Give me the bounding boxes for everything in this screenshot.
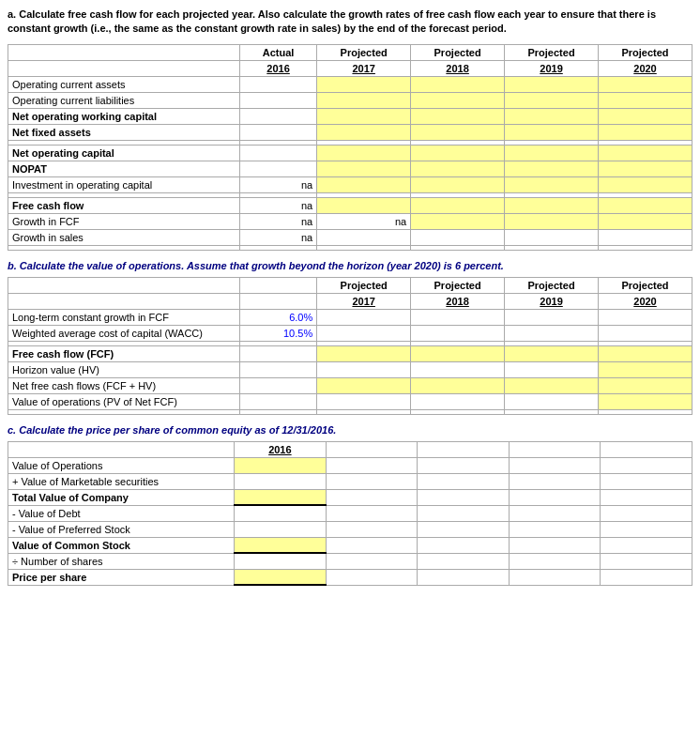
section-a-header-row1: Actual Projected Projected Projected Pro… — [8, 44, 692, 60]
section-a-instructions: a. Calculate free cash flow for each pro… — [8, 8, 692, 37]
section-b-instructions: b. Calculate the value of operations. As… — [8, 260, 692, 271]
proj2-year: 2018 — [411, 60, 505, 76]
proj4-header: Projected — [599, 44, 692, 60]
proj4-year: 2020 — [599, 60, 692, 76]
table-row: Long-term constant growth in FCF 6.0% — [8, 309, 692, 325]
table-row: Free cash flow na — [8, 197, 692, 213]
actual-header: Actual — [239, 44, 316, 60]
b-proj4-header: Projected — [599, 277, 692, 293]
table-row: Value of operations (PV of Net FCF) — [8, 393, 692, 409]
table-row: Net free cash flows (FCF + HV) — [8, 377, 692, 393]
table-row: Value of Common Stock — [8, 537, 692, 553]
table-row: Free cash flow (FCF) — [8, 345, 692, 361]
table-row: + Value of Marketable securities — [8, 473, 692, 489]
section-b-header-row2: 2017 2018 2019 2020 — [8, 293, 692, 309]
table-row: Net fixed assets — [8, 124, 692, 140]
table-row: Total Value of Company — [8, 489, 692, 505]
section-a-header-row2: 2016 2017 2018 2019 2020 — [8, 60, 692, 76]
table-row: - Value of Preferred Stock — [8, 521, 692, 537]
table-row: Growth in FCF na na — [8, 213, 692, 229]
b-proj1-header: Projected — [317, 277, 411, 293]
table-row: Net operating working capital — [8, 108, 692, 124]
b-proj4-year: 2020 — [599, 293, 692, 309]
table-row: Operating current liabilities — [8, 92, 692, 108]
b-proj3-year: 2019 — [505, 293, 599, 309]
table-row: Growth in sales na — [8, 229, 692, 245]
table-row — [8, 245, 692, 250]
table-row: - Value of Debt — [8, 505, 692, 521]
proj1-year: 2017 — [317, 60, 411, 76]
actual-year: 2016 — [239, 60, 316, 76]
page: a. Calculate free cash flow for each pro… — [0, 0, 700, 603]
section-b-table: Projected Projected Projected Projected … — [8, 277, 692, 415]
b-proj2-year: 2018 — [411, 293, 505, 309]
table-row: NOPAT — [8, 161, 692, 176]
b-proj1-year: 2017 — [317, 293, 411, 309]
table-row: Value of Operations — [8, 457, 692, 473]
proj1-header: Projected — [317, 44, 411, 60]
proj3-year: 2019 — [505, 60, 599, 76]
proj2-header: Projected — [411, 44, 505, 60]
b-proj2-header: Projected — [411, 277, 505, 293]
table-row — [8, 409, 692, 414]
section-a-table: Actual Projected Projected Projected Pro… — [8, 44, 692, 251]
section-c-instructions: c. Calculate the price per share of comm… — [8, 424, 692, 436]
proj3-header: Projected — [505, 44, 599, 60]
table-row: Operating current assets — [8, 76, 692, 92]
section-b-header-row1: Projected Projected Projected Projected — [8, 277, 692, 293]
table-row: Investment in operating capital na — [8, 176, 692, 192]
table-row: Horizon value (HV) — [8, 361, 692, 377]
table-row: Weighted average cost of capital (WACC) … — [8, 325, 692, 341]
section-c-table: 2016 Value of Operations + Value of Mark… — [8, 441, 692, 587]
table-row: Price per share — [8, 569, 692, 585]
section-c-header-row: 2016 — [8, 441, 692, 457]
table-row: Net operating capital — [8, 145, 692, 161]
table-row: ÷ Number of shares — [8, 553, 692, 569]
b-proj3-header: Projected — [505, 277, 599, 293]
c-year: 2016 — [235, 441, 327, 457]
